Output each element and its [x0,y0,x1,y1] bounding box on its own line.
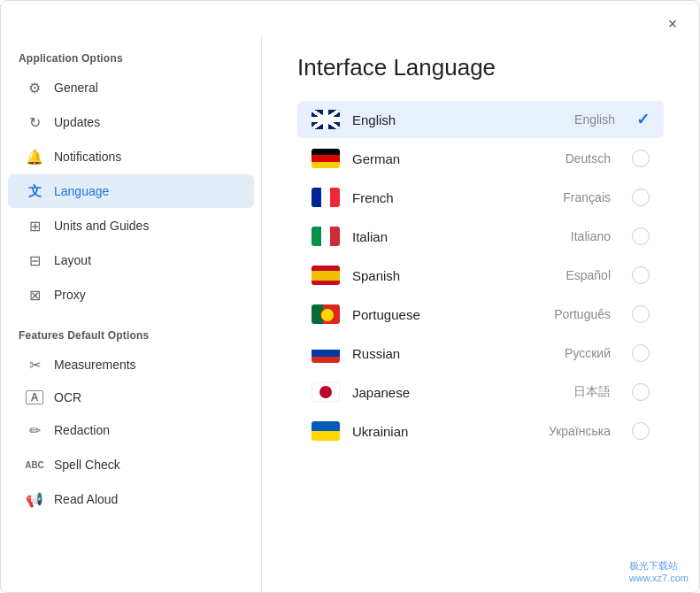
sidebar-item-redaction[interactable]: ✏ Redaction [8,413,254,447]
lang-name-german: German [352,151,553,166]
settings-window: × Application Options ⚙ General ↻ Update… [0,0,700,593]
section1-label: Application Options [1,45,261,70]
sidebar-label-updates: Updates [54,115,100,129]
sidebar-item-measurements[interactable]: ✂ Measurements [8,348,254,381]
gear-icon: ⚙ [26,79,43,96]
sidebar-item-language[interactable]: 文 Language [8,174,254,208]
section2-label: Features Default Options [1,322,261,347]
flag-english [312,110,340,129]
flag-italian [312,227,340,246]
sidebar-label-redaction: Redaction [54,423,110,437]
sidebar-label-proxy: Proxy [54,288,86,302]
flag-portuguese [312,304,340,324]
flag-ukrainian [312,421,340,441]
sidebar-item-ocr[interactable]: A OCR [8,382,254,412]
sidebar-label-ocr: OCR [54,390,81,404]
language-item-french[interactable]: French Français [297,179,664,216]
jp-circle [319,386,332,398]
language-item-english[interactable]: English English ✓ [297,101,664,138]
sidebar: Application Options ⚙ General ↻ Updates … [1,36,262,592]
lang-native-german: Deutsch [565,151,611,166]
lang-native-french: Français [563,190,611,204]
lang-name-english: English [352,112,562,127]
sidebar-item-proxy[interactable]: ⊠ Proxy [8,278,254,312]
sidebar-item-updates[interactable]: ↻ Updates [8,105,254,139]
sidebar-item-notifications[interactable]: 🔔 Notifications [8,140,254,173]
close-button[interactable]: × [660,12,685,36]
page-title: Interface Language [297,54,664,81]
sidebar-label-units: Units and Guides [54,219,149,233]
title-bar: × [1,1,699,36]
radio-french[interactable] [632,189,650,206]
radio-portuguese[interactable] [632,305,650,323]
radio-italian[interactable] [632,227,650,245]
lang-native-spanish: Español [565,268,611,282]
sidebar-label-read-aloud: Read Aloud [54,492,118,506]
lang-name-russian: Russian [352,346,552,361]
spell-check-icon: ABC [26,456,43,474]
sidebar-item-spell-check[interactable]: ABC Spell Check [8,448,254,481]
flag-russian [312,343,340,363]
lang-native-japanese: 日本語 [573,384,611,400]
lang-native-portuguese: Português [554,307,611,321]
bell-icon: 🔔 [26,148,43,166]
lang-name-french: French [352,190,550,205]
lang-native-russian: Русский [565,346,611,360]
flag-french [312,188,340,207]
lang-name-japanese: Japanese [352,385,561,400]
language-item-ukrainian[interactable]: Ukrainian Українська [297,412,664,450]
language-item-italian[interactable]: Italian Italiano [297,218,664,255]
language-item-russian[interactable]: Russian Русский [297,335,664,372]
sidebar-item-units-guides[interactable]: ⊞ Units and Guides [8,209,254,243]
sidebar-item-layout[interactable]: ⊟ Layout [8,243,254,277]
lang-native-ukrainian: Українська [549,424,611,438]
sidebar-label-notifications: Notifications [54,150,121,164]
language-icon: 文 [26,182,43,200]
watermark-line2: www.xz7.com [629,573,688,583]
radio-spanish[interactable] [632,266,650,284]
lang-name-spanish: Spanish [352,268,553,283]
units-icon: ⊞ [26,217,43,235]
lang-name-ukrainian: Ukrainian [352,424,536,439]
radio-ukrainian[interactable] [632,422,650,440]
language-item-german[interactable]: German Deutsch [297,140,664,177]
lang-native-italian: Italiano [571,229,611,243]
language-item-portuguese[interactable]: Portuguese Português [297,296,664,333]
sidebar-label-general: General [54,81,98,95]
sidebar-label-language: Language [54,184,109,198]
read-aloud-icon: 📢 [26,490,43,508]
sidebar-item-read-aloud[interactable]: 📢 Read Aloud [8,482,254,516]
proxy-icon: ⊠ [26,286,43,304]
lang-native-english: English [574,112,615,127]
sidebar-item-general[interactable]: ⚙ General [8,71,254,104]
sidebar-label-spell-check: Spell Check [54,458,120,472]
radio-german[interactable] [632,150,650,167]
check-icon-english: ✓ [636,110,650,129]
sidebar-label-layout: Layout [54,253,91,267]
watermark: 极光下载站 www.xz7.com [629,559,688,583]
content-area: Interface Language English English ✓ Ger… [262,36,699,592]
radio-japanese[interactable] [632,383,650,401]
measurements-icon: ✂ [26,356,43,374]
main-content: Application Options ⚙ General ↻ Updates … [1,36,699,592]
flag-japanese [312,382,340,402]
sidebar-label-measurements: Measurements [54,358,136,372]
radio-russian[interactable] [632,344,650,362]
language-list: English English ✓ German Deutsch French … [297,101,664,450]
redaction-icon: ✏ [26,421,43,439]
ocr-icon: A [26,390,43,404]
refresh-icon: ↻ [26,113,43,131]
language-item-spanish[interactable]: Spanish Español [297,257,664,294]
language-item-japanese[interactable]: Japanese 日本語 [297,374,664,411]
watermark-line1: 极光下载站 [629,559,688,573]
lang-name-italian: Italian [352,229,558,244]
layout-icon: ⊟ [26,251,43,269]
lang-name-portuguese: Portuguese [352,307,542,322]
flag-german [312,149,340,168]
flag-spanish [312,266,340,285]
